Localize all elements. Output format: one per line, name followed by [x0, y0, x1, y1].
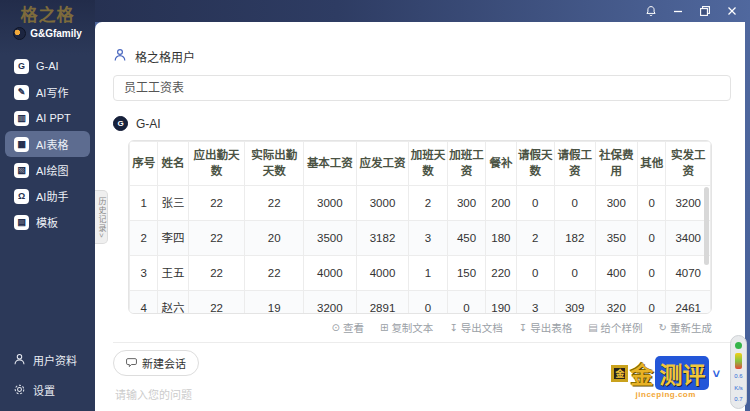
table-cell: 150: [447, 256, 485, 291]
table-cell: 350: [595, 221, 638, 256]
result-action-bar: ⊙查看 ⊞复制文本 ↧导出文档 ↧导出表格 ▤给个样例 ↻重新生成: [128, 320, 712, 335]
table-cell: 320: [595, 291, 638, 314]
view-button[interactable]: ⊙查看: [332, 320, 364, 335]
table-cell: 3000: [304, 186, 357, 221]
table-cell: 4: [130, 291, 158, 314]
export-table-button[interactable]: ↧导出表格: [519, 320, 572, 335]
ai-ppt-icon: ▥: [14, 111, 29, 126]
give-sample-button[interactable]: ▤给个样例: [588, 320, 642, 335]
table-scrollbar[interactable]: [704, 187, 709, 265]
table-cell: 0: [638, 256, 666, 291]
table-cell: 22: [188, 256, 245, 291]
new-session-button[interactable]: 新建会话: [113, 350, 199, 376]
speed-gauge-icon: [735, 353, 742, 369]
table-cell: 1: [130, 186, 158, 221]
table-cell: 张三: [158, 186, 188, 221]
document-icon: ▤: [588, 322, 597, 333]
export-doc-button[interactable]: ↧导出文档: [449, 320, 502, 335]
table-cell: 20: [245, 221, 304, 256]
table-cell: 3500: [304, 221, 357, 256]
column-header: 加班工资: [447, 142, 485, 186]
sidebar-item-label: G-AI: [36, 60, 59, 72]
column-header: 社保费用: [595, 142, 638, 186]
maximize-button[interactable]: [698, 5, 711, 18]
ai-table-icon: ▦: [14, 137, 29, 152]
table-cell: 0: [638, 221, 666, 256]
table-cell: 3: [409, 221, 447, 256]
table-cell: 2: [130, 221, 158, 256]
download-icon: ↧: [519, 322, 527, 333]
sidebar-item-label: AI绘图: [36, 162, 68, 178]
action-label: 给个样例: [601, 320, 643, 335]
question-input[interactable]: [113, 388, 533, 402]
speed-unit: K/s: [734, 385, 743, 393]
sidebar-item-user-profile[interactable]: 用户资料: [0, 345, 95, 375]
table-header-row: 序号姓名应出勤天数实际出勤天数基本工资应发工资加班天数加班工资餐补请假天数请假工…: [130, 142, 711, 186]
brand-name: G&Gfamily: [30, 28, 82, 39]
table-cell: 2461: [666, 291, 711, 314]
column-header: 应发工资: [356, 142, 409, 186]
table-cell: 300: [595, 186, 638, 221]
sidebar-item-label: 用户资料: [33, 352, 77, 368]
column-header: 实发工资: [666, 142, 711, 186]
sidebar-item-label: 模板: [36, 214, 58, 230]
table-cell: 0: [638, 291, 666, 314]
close-button[interactable]: [725, 5, 738, 18]
sidebar-item-ai-drawing[interactable]: ▧AI绘图: [5, 157, 90, 183]
sidebar-item-ai-ppt[interactable]: ▥AI PPT: [5, 105, 90, 131]
notification-bell-icon[interactable]: [644, 5, 657, 18]
table-cell: 3: [130, 256, 158, 291]
table-cell: 0: [555, 186, 595, 221]
view-icon: ⊙: [332, 322, 340, 333]
table-cell: 182: [555, 221, 595, 256]
table-row: 2李四2220350031823450180218235003400: [130, 221, 711, 256]
sidebar-item-label: AI PPT: [36, 112, 71, 124]
table-cell: 0: [516, 256, 554, 291]
net-speed-widget[interactable]: 0.6 K/s 0.7: [730, 335, 747, 409]
action-label: 复制文本: [391, 320, 433, 335]
ai-writing-icon: ✎: [14, 85, 29, 100]
sidebar-item-g-ai[interactable]: GG-AI: [5, 53, 90, 79]
ai-assistant-icon: Ω: [14, 189, 29, 204]
upload-speed: 0.6: [734, 373, 742, 381]
column-header: 加班天数: [409, 142, 447, 186]
sidebar-item-ai-assistant[interactable]: ΩAI助手: [5, 183, 90, 209]
user-query[interactable]: 员工工资表: [113, 75, 731, 101]
regenerate-button[interactable]: ↻重新生成: [659, 320, 712, 335]
assistant-name-label: G-AI: [136, 117, 161, 131]
sidebar-item-settings[interactable]: 设置: [0, 375, 95, 405]
watermark-gold-char: 金: [630, 356, 653, 390]
watermark-logo-icon: 金: [611, 365, 628, 382]
chevron-right-icon: >: [97, 233, 106, 239]
column-header: 实际出勤天数: [245, 142, 304, 186]
column-header: 序号: [130, 142, 158, 186]
sidebar-item-templates[interactable]: ▤模板: [5, 209, 90, 235]
table-cell: 22: [245, 256, 304, 291]
action-label: 重新生成: [670, 320, 712, 335]
table-row: 3王五22224000400011502200040004070: [130, 256, 711, 291]
column-header: 其他: [638, 142, 666, 186]
copy-text-button[interactable]: ⊞复制文本: [380, 320, 433, 335]
watermark-row: 金 金 测评 ˅: [611, 356, 720, 390]
table-cell: 0: [555, 256, 595, 291]
table-cell: 190: [486, 291, 516, 314]
minimize-button[interactable]: [671, 5, 684, 18]
table-cell: 180: [486, 221, 516, 256]
table-cell: 450: [447, 221, 485, 256]
table-cell: 4000: [304, 256, 357, 291]
table-cell: 赵六: [158, 291, 188, 314]
table-cell: 3: [516, 291, 554, 314]
chat-bubble-icon: [126, 357, 137, 370]
table-cell: 0: [516, 186, 554, 221]
history-panel-toggle[interactable]: 历史记录>: [95, 190, 108, 244]
table-cell: 王五: [158, 256, 188, 291]
jinceping-watermark: 金 金 测评 ˅ jinceping.com: [611, 356, 720, 399]
download-icon: ↧: [449, 322, 457, 333]
gear-icon: [13, 383, 26, 398]
person-icon: [13, 353, 26, 368]
sidebar-item-label: AI助手: [36, 188, 68, 204]
sidebar-item-ai-writing[interactable]: ✎AI写作: [5, 79, 90, 105]
table-cell: 李四: [158, 221, 188, 256]
column-header: 请假天数: [516, 142, 554, 186]
sidebar-item-ai-table[interactable]: ▦AI表格: [5, 131, 90, 157]
